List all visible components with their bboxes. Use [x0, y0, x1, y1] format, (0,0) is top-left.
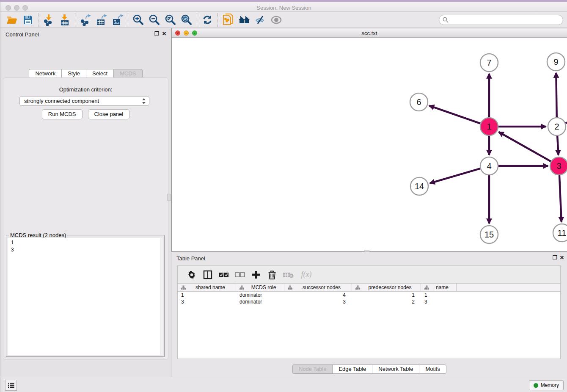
- task-history-button[interactable]: [5, 380, 17, 391]
- close-panel-icon[interactable]: ✕: [161, 30, 168, 37]
- cell-shared-name[interactable]: 1: [178, 292, 236, 298]
- table-row[interactable]: 3dominator323: [178, 298, 560, 305]
- dropdown-stepper-icon: [141, 98, 146, 105]
- float-panel-icon[interactable]: ❐: [153, 30, 160, 37]
- table-row[interactable]: 1dominator411: [178, 292, 560, 298]
- criterion-dropdown[interactable]: strongly connected component: [19, 96, 149, 106]
- graph-node-label-4: 4: [487, 161, 491, 171]
- mcds-result-group: MCDS result (2 nodes) 1 3: [6, 235, 165, 357]
- zoom-out-icon[interactable]: [146, 13, 162, 27]
- tab-edge-table[interactable]: Edge Table: [332, 364, 372, 374]
- vertical-splitter-handle[interactable]: [167, 194, 171, 201]
- table-float-icon[interactable]: ❐: [551, 254, 558, 261]
- search-input[interactable]: [449, 16, 563, 24]
- title-bar: Session: New Session: [0, 0, 567, 12]
- table-toolbar: f(x): [177, 265, 561, 283]
- add-column-icon[interactable]: [248, 268, 264, 282]
- import-network-icon[interactable]: [41, 13, 57, 27]
- run-mcds-button[interactable]: Run MCDS: [42, 109, 83, 119]
- application-window: Session: New Session: [0, 0, 567, 392]
- fx-label: f(x): [301, 270, 312, 279]
- optimization-criterion-label: Optimization criterion:: [3, 86, 168, 93]
- graph-edge-4-14[interactable]: [430, 168, 480, 183]
- tab-select[interactable]: Select: [86, 69, 113, 78]
- delete-icon[interactable]: [264, 268, 280, 282]
- network-window-titlebar[interactable]: ✕ − + scc.txt: [172, 28, 567, 38]
- mcds-result-textarea[interactable]: 1 3: [8, 238, 163, 355]
- home-icon[interactable]: [236, 13, 252, 27]
- network-window-title: scc.txt: [172, 30, 567, 36]
- list-icon: [8, 382, 14, 388]
- memory-label: Memory: [541, 382, 559, 388]
- graph-node-label-9: 9: [553, 57, 558, 66]
- cell-MCDS-role[interactable]: dominator: [236, 292, 284, 298]
- graph-edge-2-9[interactable]: [556, 73, 556, 117]
- table-close-icon[interactable]: ✕: [559, 254, 565, 261]
- show-hidden-icon[interactable]: [268, 13, 284, 27]
- network-view-window: ✕ − + scc.txt 7968124314101511: [171, 28, 567, 251]
- column-header-successor-nodes[interactable]: successor nodes: [284, 284, 352, 291]
- network-graph: 7968124314101511: [172, 38, 567, 251]
- result-scrollbar[interactable]: [160, 238, 163, 355]
- column-header-MCDS-role[interactable]: MCDS role: [236, 284, 284, 291]
- column-header-shared-name[interactable]: shared name: [178, 284, 236, 291]
- close-panel-button[interactable]: Close panel: [88, 109, 130, 119]
- column-header-predecessor-nodes[interactable]: predecessor nodes: [352, 284, 421, 291]
- refresh-icon[interactable]: [199, 13, 215, 27]
- cell-name[interactable]: 3: [421, 298, 457, 305]
- graph-edge-3-1[interactable]: [499, 132, 551, 161]
- tab-style[interactable]: Style: [61, 69, 86, 78]
- export-table-icon[interactable]: [94, 13, 110, 27]
- save-session-icon[interactable]: [20, 13, 36, 27]
- cell-predecessor-nodes[interactable]: 2: [352, 298, 421, 305]
- graph-node-label-6: 6: [416, 97, 421, 107]
- table-panel: Table Panel ❐ ✕: [171, 251, 567, 377]
- network-from-file-icon[interactable]: [220, 13, 236, 27]
- table-settings-icon[interactable]: [184, 268, 200, 282]
- table-panel-title: Table Panel: [176, 255, 205, 262]
- cell-shared-name[interactable]: 3: [178, 298, 236, 305]
- zoom-fit-icon[interactable]: [162, 13, 179, 27]
- zoom-in-icon[interactable]: [130, 13, 146, 27]
- column-header-name[interactable]: name: [421, 284, 457, 291]
- open-session-icon[interactable]: [4, 13, 20, 27]
- column-chooser-icon[interactable]: [200, 268, 216, 282]
- network-canvas[interactable]: 7968124314101511: [172, 38, 567, 251]
- criterion-value: strongly connected component: [24, 98, 99, 104]
- graph-node-label-2: 2: [554, 122, 559, 131]
- tab-network-table[interactable]: Network Table: [372, 364, 419, 374]
- graph-edge-2-3[interactable]: [557, 136, 558, 155]
- tab-mcds[interactable]: MCDS: [113, 69, 142, 78]
- search-box: [439, 15, 563, 25]
- main-toolbar: [0, 12, 567, 28]
- memory-status-icon: [534, 383, 538, 388]
- tab-motifs[interactable]: Motifs: [419, 364, 446, 374]
- graph-node-label-14: 14: [415, 182, 424, 191]
- export-network-icon[interactable]: [77, 13, 94, 27]
- tab-node-table[interactable]: Node Table: [292, 364, 333, 374]
- import-table-icon[interactable]: [57, 13, 73, 27]
- control-panel: Control Panel ❐ ✕ NetworkStyleSelectMCDS…: [0, 28, 171, 377]
- graph-edge-3-11[interactable]: [559, 175, 561, 222]
- export-image-icon[interactable]: [110, 13, 126, 27]
- cell-name[interactable]: 1: [421, 292, 457, 298]
- memory-button[interactable]: Memory: [529, 380, 564, 390]
- graph-node-label-3: 3: [556, 161, 561, 171]
- zoom-selected-icon[interactable]: [179, 13, 195, 27]
- cell-predecessor-nodes[interactable]: 1: [352, 292, 421, 298]
- select-all-icon[interactable]: [216, 268, 232, 282]
- graph-edge-1-6[interactable]: [429, 106, 481, 124]
- cell-successor-nodes[interactable]: 3: [284, 298, 352, 305]
- mcds-tab-content: Optimization criterion: strongly connect…: [3, 77, 168, 360]
- cell-MCDS-role[interactable]: dominator: [236, 298, 284, 305]
- table-type-tabs: Node TableEdge TableNetwork TableMotifs: [171, 364, 567, 374]
- hide-selected-icon[interactable]: [252, 13, 268, 27]
- mcds-result-text: 1 3: [8, 238, 163, 254]
- deselect-all-icon[interactable]: [232, 268, 248, 282]
- cell-successor-nodes[interactable]: 4: [284, 292, 352, 298]
- tab-network[interactable]: Network: [29, 69, 61, 78]
- graph-node-label-7: 7: [487, 58, 491, 67]
- delete-table-icon: [280, 268, 296, 282]
- graph-edge-2-8[interactable]: [566, 101, 567, 123]
- graph-node-label-15: 15: [484, 230, 494, 239]
